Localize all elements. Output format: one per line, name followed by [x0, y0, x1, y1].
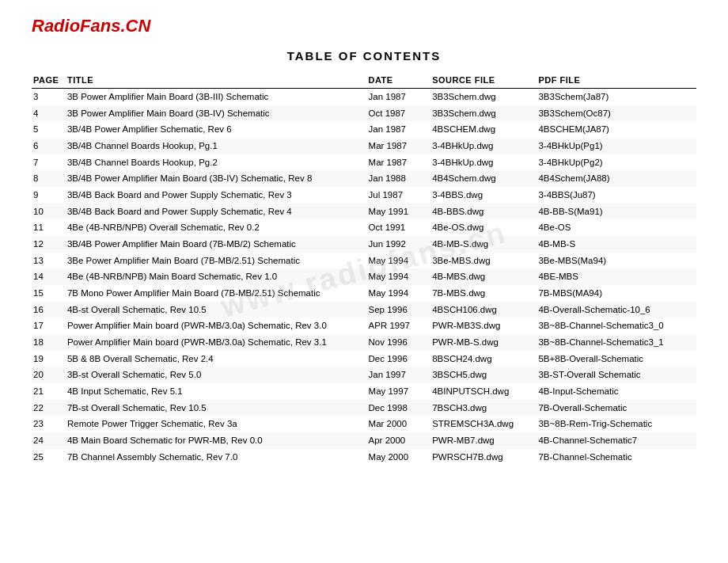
- col-header-source: SOURCE FILE: [430, 74, 537, 89]
- cell-date: APR 1997: [367, 318, 431, 334]
- cell-date: May 1991: [367, 204, 431, 220]
- cell-pdf: 4B-Overall-Schematic-10_6: [537, 302, 696, 318]
- cell-date: Jan 1987: [367, 89, 431, 105]
- cell-page: 18: [32, 334, 66, 351]
- cell-date: May 1997: [367, 383, 431, 400]
- cell-pdf: 3B-ST-Overall Schematic: [537, 367, 696, 383]
- table-row: 83B/4B Power Amplifier Main Board (3B-IV…: [32, 170, 696, 187]
- cell-date: Dec 1998: [367, 400, 431, 417]
- cell-page: 6: [32, 138, 66, 154]
- table-row: 23Remote Power Trigger Schematic, Rev 3a…: [32, 416, 696, 432]
- cell-pdf: 4B-MB-S: [537, 236, 696, 253]
- table-header-row: PAGE TITLE DATE SOURCE FILE PDF FILE: [32, 74, 696, 89]
- cell-source: STREMSCH3A.dwg: [430, 416, 537, 432]
- cell-source: 8BSCH24.dwg: [430, 351, 537, 367]
- page-title: TABLE OF CONTENTS: [32, 49, 696, 63]
- cell-date: Jan 1997: [367, 367, 431, 383]
- cell-title: 7B Mono Power Amplifier Main Board (7B-M…: [66, 285, 367, 302]
- table-row: 195B & 8B Overall Schematic, Rev 2.4Dec …: [32, 351, 696, 367]
- cell-date: Oct 1987: [367, 105, 431, 122]
- cell-title: 3B Power Amplifier Main Board (3B-III) S…: [66, 89, 367, 105]
- table-row: 157B Mono Power Amplifier Main Board (7B…: [32, 285, 696, 302]
- cell-date: Mar 1987: [367, 138, 431, 154]
- cell-page: 3: [32, 89, 66, 105]
- cell-page: 22: [32, 400, 66, 417]
- cell-date: Mar 2000: [367, 416, 431, 432]
- cell-title: 3B-st Overall Schematic, Rev 5.0: [66, 367, 367, 383]
- cell-title: 7B Channel Assembly Schematic, Rev 7.0: [66, 449, 367, 466]
- table-row: 93B/4B Back Board and Power Supply Schem…: [32, 187, 696, 204]
- cell-title: 4B Main Board Schematic for PWR-MB, Rev …: [66, 432, 367, 449]
- cell-source: 7BSCH3.dwg: [430, 400, 537, 417]
- cell-date: Nov 1996: [367, 334, 431, 351]
- table-row: 164B-st Overall Schematic, Rev 10.5Sep 1…: [32, 302, 696, 318]
- cell-pdf: 7B-MBS(MA94): [537, 285, 696, 302]
- cell-date: May 1994: [367, 268, 431, 285]
- table-row: 43B Power Amplifier Main Board (3B-IV) S…: [32, 105, 696, 122]
- cell-title: 3B/4B Channel Boards Hookup, Pg.1: [66, 138, 367, 154]
- cell-pdf: 4BE-MBS: [537, 268, 696, 285]
- cell-pdf: 7B-Channel-Schematic: [537, 449, 696, 466]
- table-row: 244B Main Board Schematic for PWR-MB, Re…: [32, 432, 696, 449]
- cell-date: Jun 1992: [367, 236, 431, 253]
- cell-page: 10: [32, 204, 66, 220]
- cell-source: 4B-MB-S.dwg: [430, 236, 537, 253]
- cell-page: 14: [32, 268, 66, 285]
- cell-date: Jul 1987: [367, 187, 431, 204]
- cell-page: 5: [32, 121, 66, 138]
- table-row: 114Be (4B-NRB/NPB) Overall Schematic, Re…: [32, 219, 696, 236]
- cell-title: 3B/4B Power Amplifier Schematic, Rev 6: [66, 121, 367, 138]
- cell-page: 23: [32, 416, 66, 432]
- cell-title: 4Be (4B-NRB/NPB) Overall Schematic, Rev …: [66, 219, 367, 236]
- cell-source: 7B-MBS.dwg: [430, 285, 537, 302]
- cell-pdf: 4BSCHEM(JA87): [537, 121, 696, 138]
- cell-page: 17: [32, 318, 66, 334]
- cell-source: 4Be-OS.dwg: [430, 219, 537, 236]
- cell-date: May 1994: [367, 285, 431, 302]
- col-header-date: DATE: [367, 74, 431, 89]
- cell-date: Apr 2000: [367, 432, 431, 449]
- cell-pdf: 3-4BHkUp(Pg2): [537, 154, 696, 171]
- cell-source: PWRSCH7B.dwg: [430, 449, 537, 466]
- cell-date: Jan 1988: [367, 170, 431, 187]
- table-row: 123B/4B Power Amplifier Main Board (7B-M…: [32, 236, 696, 253]
- cell-page: 16: [32, 302, 66, 318]
- table-row: 257B Channel Assembly Schematic, Rev 7.0…: [32, 449, 696, 466]
- cell-date: Oct 1991: [367, 219, 431, 236]
- cell-pdf: 7B-Overall-Schematic: [537, 400, 696, 417]
- cell-title: 3Be Power Amplifier Main Board (7B-MB/2.…: [66, 253, 367, 269]
- cell-date: Sep 1996: [367, 302, 431, 318]
- cell-title: 3B/4B Power Amplifier Main Board (7B-MB/…: [66, 236, 367, 253]
- col-header-pdf: PDF FILE: [537, 74, 696, 89]
- cell-page: 7: [32, 154, 66, 171]
- cell-date: May 2000: [367, 449, 431, 466]
- cell-source: PWR-MB-S.dwg: [430, 334, 537, 351]
- table-row: 214B Input Schematic, Rev 5.1May 19974BI…: [32, 383, 696, 400]
- cell-title: 3B Power Amplifier Main Board (3B-IV) Sc…: [66, 105, 367, 122]
- table-row: 203B-st Overall Schematic, Rev 5.0Jan 19…: [32, 367, 696, 383]
- cell-page: 8: [32, 170, 66, 187]
- cell-page: 20: [32, 367, 66, 383]
- table-row: 63B/4B Channel Boards Hookup, Pg.1Mar 19…: [32, 138, 696, 154]
- cell-source: 4BINPUTSCH.dwg: [430, 383, 537, 400]
- cell-title: 3B/4B Back Board and Power Supply Schema…: [66, 204, 367, 220]
- cell-pdf: 3B~8B-Channel-Schematic3_1: [537, 334, 696, 351]
- cell-title: 4Be (4B-NRB/NPB) Main Board Schematic, R…: [66, 268, 367, 285]
- table-row: 53B/4B Power Amplifier Schematic, Rev 6J…: [32, 121, 696, 138]
- cell-pdf: 3Be-MBS(Ma94): [537, 253, 696, 269]
- table-row: 18Power Amplifier Main board (PWR-MB/3.0…: [32, 334, 696, 351]
- cell-date: Dec 1996: [367, 351, 431, 367]
- cell-source: 4BSCH106.dwg: [430, 302, 537, 318]
- cell-title: 4B-st Overall Schematic, Rev 10.5: [66, 302, 367, 318]
- cell-source: 3-4BBS.dwg: [430, 187, 537, 204]
- cell-source: 3B3Schem.dwg: [430, 89, 537, 105]
- table-row: 33B Power Amplifier Main Board (3B-III) …: [32, 89, 696, 105]
- cell-title: Power Amplifier Main board (PWR-MB/3.0a)…: [66, 318, 367, 334]
- cell-source: PWR-MB3S.dwg: [430, 318, 537, 334]
- site-logo: RadioFans.CN: [32, 16, 696, 36]
- col-header-page: PAGE: [32, 74, 66, 89]
- cell-title: 3B/4B Power Amplifier Main Board (3B-IV)…: [66, 170, 367, 187]
- cell-pdf: 4B4Schem(JA88): [537, 170, 696, 187]
- cell-source: 3Be-MBS.dwg: [430, 253, 537, 269]
- cell-page: 25: [32, 449, 66, 466]
